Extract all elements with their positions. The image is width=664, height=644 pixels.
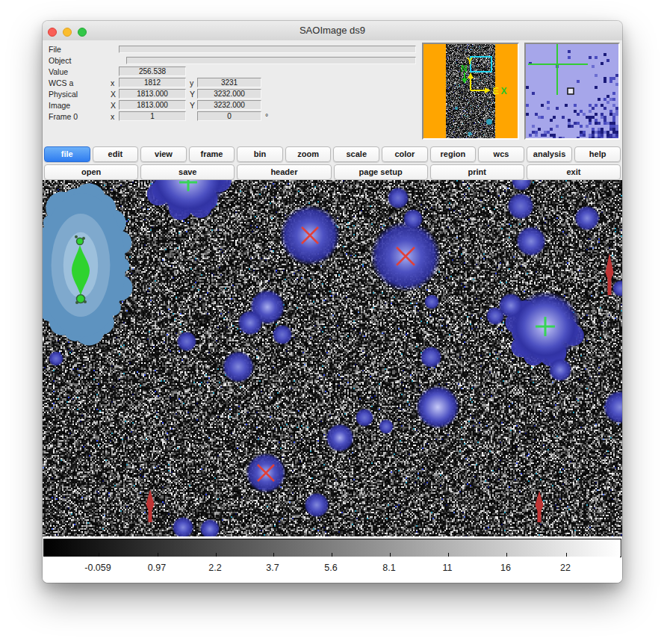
menu-bar: file edit view frame bin zoom scale colo… (43, 143, 622, 162)
image-y-label: Y (190, 101, 195, 110)
window-title: SAOImage ds9 (43, 25, 622, 36)
magnifier-panel[interactable] (524, 43, 620, 140)
physical-label: Physical (49, 90, 78, 99)
menu-wcs[interactable]: wcs (478, 146, 524, 162)
colorbar-tick-label: 3.7 (266, 563, 279, 573)
colorbar-tick-label: 0.97 (148, 563, 166, 573)
panner-panel[interactable]: Y N E X (422, 43, 519, 140)
colorbar-tick-label: -0.059 (84, 563, 111, 573)
compass-n-arrowhead (462, 78, 468, 84)
colorbar-tick-label: 16 (500, 563, 511, 573)
menu-region[interactable]: region (430, 146, 477, 162)
file-field[interactable] (119, 46, 416, 53)
file-label: File (49, 45, 61, 54)
value-label: Value (49, 67, 68, 76)
degree-label: ° (265, 112, 268, 121)
page-setup-button[interactable]: page setup (334, 164, 428, 180)
desktop: SAOImage ds9 File Object Value 256.538 W… (0, 0, 664, 644)
titlebar[interactable]: SAOImage ds9 (43, 21, 622, 41)
panner-viewport-box[interactable] (471, 57, 491, 72)
compass-e-label: E (493, 86, 499, 96)
physical-x-field[interactable]: 1813.000 (119, 89, 186, 99)
compass-x-arrowhead (485, 87, 491, 93)
exit-button[interactable]: exit (527, 164, 621, 180)
print-button[interactable]: print (430, 164, 524, 180)
menu-file[interactable]: file (44, 146, 90, 162)
physical-y-label: Y (190, 90, 195, 99)
sky-image (43, 180, 622, 536)
wcs-y-label: y (190, 78, 193, 87)
compass-x-label: X (501, 86, 507, 96)
menu-edit[interactable]: edit (93, 146, 139, 162)
compass-y-arrowhead (468, 72, 474, 78)
wcs-label: WCS a (49, 78, 73, 87)
wcs-y-field[interactable]: 3231 (197, 78, 261, 87)
frame-rotate-field[interactable]: 0 (197, 111, 261, 121)
magnifier-overlay (526, 44, 618, 138)
menu-scale[interactable]: scale (333, 146, 379, 162)
colorbar-tick-label: 2.2 (208, 563, 221, 573)
colorbar[interactable] (43, 539, 621, 557)
colorbar-tick-label: 11 (443, 563, 453, 573)
info-panel: File Object Value 256.538 WCS a x 1812 y… (43, 40, 622, 143)
frame-x-label: x (111, 112, 114, 121)
menu-view[interactable]: view (140, 146, 187, 162)
menu-help[interactable]: help (574, 146, 621, 162)
physical-y-field[interactable]: 3232.000 (197, 89, 261, 99)
file-submenu-bar: open save header page setup print exit (43, 162, 622, 180)
menu-bin[interactable]: bin (237, 146, 283, 162)
panner-overlay: Y N E X (423, 44, 518, 138)
image-y-field[interactable]: 3232.000 (197, 100, 261, 110)
frame-zoom-field[interactable]: 1 (119, 111, 186, 121)
frame-label: Frame 0 (49, 112, 78, 121)
value-field[interactable]: 256.538 (119, 66, 186, 76)
ds9-window: SAOImage ds9 File Object Value 256.538 W… (43, 21, 622, 583)
wcs-x-label: x (111, 78, 114, 87)
image-x-field[interactable]: 1813.000 (119, 100, 186, 110)
compass-y-label: Y (467, 56, 473, 66)
colorbar-tick-label: 22 (560, 563, 571, 573)
menu-analysis[interactable]: analysis (527, 146, 573, 162)
colorbar-labels: -0.059 0.97 2.2 3.7 5.6 8.1 11 16 22 (43, 557, 620, 579)
menu-frame[interactable]: frame (189, 146, 235, 162)
save-button[interactable]: save (140, 164, 235, 180)
open-button[interactable]: open (44, 164, 138, 180)
compass-n-label: N (461, 64, 468, 74)
object-field[interactable] (126, 57, 416, 64)
header-button[interactable]: header (237, 164, 331, 180)
image-label: Image (49, 101, 70, 110)
colorbar-tick-label: 8.1 (382, 563, 395, 573)
object-label: Object (49, 56, 71, 65)
wcs-x-field[interactable]: 1812 (119, 78, 186, 87)
image-viewport[interactable] (43, 180, 622, 536)
image-x-label: X (111, 101, 116, 110)
magnifier-pixel-box (568, 88, 574, 94)
colorbar-panel: -0.059 0.97 2.2 3.7 5.6 8.1 11 16 22 (43, 536, 622, 583)
colorbar-tick-label: 5.6 (324, 563, 337, 573)
menu-zoom[interactable]: zoom (285, 146, 332, 162)
physical-x-label: X (111, 90, 116, 99)
menu-color[interactable]: color (382, 146, 428, 162)
